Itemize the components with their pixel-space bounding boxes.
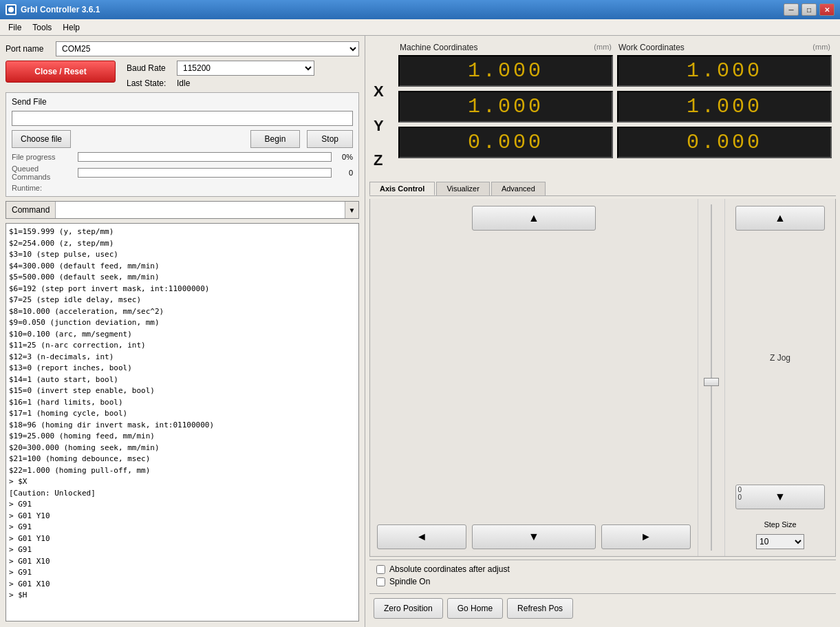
right-panel: X Y Z Machine Coordinates (mm) 1.000 1.0…: [365, 36, 840, 627]
machine-coordinates-group: Machine Coordinates (mm) 1.000 1.000 0.0…: [398, 43, 613, 176]
console-line: > G91: [9, 499, 356, 511]
send-file-group: Send File Choose file Begin Stop File pr…: [6, 92, 359, 197]
console-line: $4=300.000 (default feed, mm/min): [9, 261, 356, 273]
command-label: Command: [6, 202, 56, 218]
console-line: $1=159.999 (y, step/mm): [9, 226, 356, 238]
jog-up-z-button[interactable]: ▲: [735, 206, 825, 231]
jog-down-z-button[interactable]: ▼: [735, 485, 825, 509]
top-coords-section: X Y Z Machine Coordinates (mm) 1.000 1.0…: [369, 40, 836, 179]
xy-jog-area: ▲ ◄ ▼ ►: [370, 199, 698, 556]
machine-x-display: 1.000: [398, 55, 613, 87]
machine-y-display: 1.000: [398, 91, 613, 123]
jog-down-button[interactable]: ▼: [472, 524, 596, 549]
slider-val1: 0: [737, 486, 742, 493]
console-line: > G01 X10: [9, 579, 356, 591]
console-line: > G91: [9, 567, 356, 579]
slider-values: 0 0: [737, 486, 742, 501]
go-home-button[interactable]: Go Home: [447, 598, 503, 619]
console-line: > G01 Y10: [9, 533, 356, 545]
file-progress-bar: [78, 152, 332, 162]
last-state-value: Idle: [177, 78, 190, 88]
console-area[interactable]: $1=159.999 (y, step/mm)$2=254.000 (z, st…: [6, 223, 359, 621]
tab-advanced[interactable]: Advanced: [491, 182, 546, 195]
console-line: > G91: [9, 522, 356, 533]
main-content: Port name COM25 Close / Reset Baud Rate …: [0, 36, 840, 627]
file-path-input[interactable]: [12, 111, 353, 126]
tab-axis-control[interactable]: Axis Control: [369, 182, 435, 195]
action-buttons: Zero Position Go Home Refresh Pos: [369, 593, 836, 623]
axis-letters-col: X Y Z: [374, 43, 394, 176]
slider-handle[interactable]: [704, 378, 719, 386]
console-line: $15=0 (invert step enable, bool): [9, 385, 356, 397]
console-line: $11=25 (n-arc correction, int): [9, 340, 356, 352]
last-state-label: Last State:: [127, 78, 171, 88]
refresh-pos-button[interactable]: Refresh Pos: [507, 598, 573, 619]
close-reset-button[interactable]: Close / Reset: [6, 61, 116, 83]
axis-control-content: ▲ ◄ ▼ ► 0 0 ▲: [369, 199, 836, 557]
absolute-coords-checkbox[interactable]: [376, 565, 385, 574]
choose-file-button[interactable]: Choose file: [12, 130, 71, 148]
work-x-display: 1.000: [617, 55, 832, 87]
jog-right-button[interactable]: ►: [601, 524, 691, 549]
app-title: Grbl Controller 3.6.1: [21, 5, 100, 14]
console-line: $18=96 (homing dir invert mask, int:0110…: [9, 420, 356, 432]
close-button[interactable]: ✕: [819, 3, 834, 16]
console-line: $14=1 (auto start, bool): [9, 374, 356, 386]
command-input[interactable]: [56, 202, 345, 218]
console-line: $17=1 (homing cycle, bool): [9, 408, 356, 420]
file-progress-label: File progress: [12, 153, 74, 161]
tab-bar: Axis Control Visualizer Advanced: [369, 182, 836, 196]
tab-visualizer[interactable]: Visualizer: [436, 182, 490, 195]
console-line: $10=0.100 (arc, mm/segment): [9, 329, 356, 341]
console-line: $12=3 (n-decimals, int): [9, 352, 356, 363]
jog-up-button[interactable]: ▲: [472, 206, 596, 231]
step-size-label: Step Size: [764, 520, 796, 529]
jog-left-button[interactable]: ◄: [377, 524, 466, 549]
begin-button[interactable]: Begin: [250, 130, 301, 148]
slider-track[interactable]: [711, 204, 712, 551]
menu-file[interactable]: File: [3, 21, 27, 34]
left-panel: Port name COM25 Close / Reset Baud Rate …: [0, 36, 365, 627]
menu-help[interactable]: Help: [57, 21, 85, 34]
baud-rate-select[interactable]: 115200: [177, 61, 314, 76]
work-coords-title: Work Coordinates: [618, 43, 685, 52]
stop-button[interactable]: Stop: [307, 130, 353, 148]
console-line: $22=1.000 (homing pull-off, mm): [9, 465, 356, 477]
bottom-controls: Absolute coordinates after adjust Spindl…: [369, 560, 836, 591]
z-jog-label: Z Jog: [770, 353, 790, 363]
app-icon: [6, 4, 17, 15]
machine-coords-unit: (mm): [594, 43, 612, 52]
work-z-display: 0.000: [617, 127, 832, 158]
work-y-display: 1.000: [617, 91, 832, 123]
z-jog-area: ▲ Z Jog ▼ Step Size 10 1 100: [725, 199, 835, 556]
command-dropdown[interactable]: ▼: [345, 202, 358, 218]
runtime-label: Runtime:: [12, 184, 42, 192]
maximize-button[interactable]: □: [801, 3, 817, 16]
console-line: $6=192 (step port invert mask, int:11000…: [9, 284, 356, 295]
spindle-on-label: Spindle On: [389, 577, 430, 586]
queued-count: 0: [336, 169, 353, 177]
console-line: $16=1 (hard limits, bool): [9, 397, 356, 409]
console-line: > G01 X10: [9, 556, 356, 568]
work-coords-unit: (mm): [812, 43, 830, 52]
port-name-select[interactable]: COM25: [56, 41, 359, 56]
machine-z-display: 0.000: [398, 127, 613, 158]
zero-position-button[interactable]: Zero Position: [374, 598, 443, 619]
spindle-on-checkbox[interactable]: [376, 577, 385, 586]
console-line: > G01 Y10: [9, 511, 356, 522]
console-line: $2=254.000 (z, step/mm): [9, 238, 356, 250]
baud-rate-label: Baud Rate: [127, 63, 171, 73]
step-size-select[interactable]: 10 1 100: [756, 534, 804, 549]
port-name-label: Port name: [6, 44, 50, 54]
console-line: $20=300.000 (homing seek, mm/min): [9, 443, 356, 454]
console-line: $19=25.000 (homing feed, mm/min): [9, 431, 356, 443]
console-line: $3=10 (step pulse, usec): [9, 249, 356, 261]
minimize-button[interactable]: ─: [784, 3, 799, 16]
console-line: $7=25 (step idle delay, msec): [9, 295, 356, 306]
queued-commands-label: Queued Commands: [12, 164, 74, 181]
console-line: > G91: [9, 544, 356, 556]
menu-tools[interactable]: Tools: [27, 21, 57, 34]
title-bar: Grbl Controller 3.6.1 ─ □ ✕: [0, 0, 840, 19]
port-name-row: Port name COM25: [6, 41, 359, 56]
slider-area: 0 0: [698, 199, 725, 556]
